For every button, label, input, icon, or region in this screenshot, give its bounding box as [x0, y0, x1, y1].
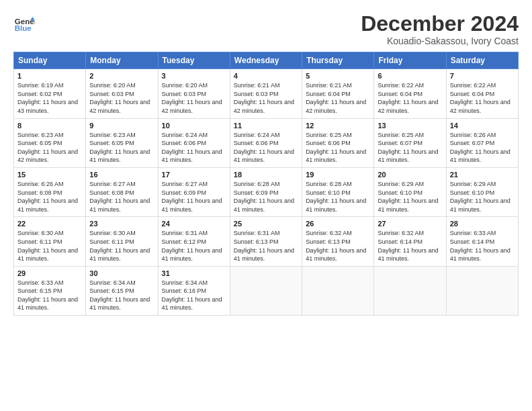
day-info: Sunrise: 6:27 AM Sunset: 6:08 PM Dayligh…: [89, 180, 154, 214]
calendar-cell: 4 Sunrise: 6:21 AM Sunset: 6:03 PM Dayli…: [230, 69, 302, 118]
day-number: 3: [162, 72, 226, 80]
daylight-label: Daylight: 11 hours and 41 minutes.: [89, 197, 150, 213]
day-number: 25: [234, 220, 298, 228]
daylight-label: Daylight: 11 hours and 42 minutes.: [89, 99, 150, 114]
day-info: Sunrise: 6:32 AM Sunset: 6:13 PM Dayligh…: [306, 229, 370, 263]
day-number: 6: [378, 72, 442, 80]
daylight-label: Daylight: 11 hours and 41 minutes.: [378, 197, 438, 213]
calendar-cell: 1 Sunrise: 6:19 AM Sunset: 6:02 PM Dayli…: [14, 69, 86, 118]
sunset-label: Sunset: 6:11 PM: [89, 238, 134, 245]
day-info: Sunrise: 6:30 AM Sunset: 6:11 PM Dayligh…: [17, 229, 82, 263]
day-info: Sunrise: 6:28 AM Sunset: 6:10 PM Dayligh…: [306, 180, 370, 214]
sunset-label: Sunset: 6:09 PM: [162, 189, 207, 196]
day-info: Sunrise: 6:34 AM Sunset: 6:15 PM Dayligh…: [89, 279, 154, 312]
sunrise-label: Sunrise: 6:33 AM: [450, 230, 496, 236]
day-info: Sunrise: 6:26 AM Sunset: 6:08 PM Dayligh…: [17, 180, 82, 214]
sunrise-label: Sunrise: 6:28 AM: [234, 181, 280, 187]
calendar-cell: 26 Sunrise: 6:32 AM Sunset: 6:13 PM Dayl…: [302, 217, 374, 266]
day-number: 13: [378, 122, 442, 130]
sunrise-label: Sunrise: 6:21 AM: [306, 82, 352, 89]
weekday-header-monday: Monday: [86, 52, 158, 69]
logo: General Blue: [13, 12, 35, 34]
day-number: 18: [234, 171, 298, 179]
calendar-week-2: 8 Sunrise: 6:23 AM Sunset: 6:05 PM Dayli…: [14, 118, 519, 167]
sunset-label: Sunset: 6:03 PM: [234, 91, 279, 97]
calendar-cell: 9 Sunrise: 6:23 AM Sunset: 6:05 PM Dayli…: [86, 118, 158, 167]
sunset-label: Sunset: 6:05 PM: [17, 140, 62, 146]
sunset-label: Sunset: 6:06 PM: [234, 140, 279, 146]
sunrise-label: Sunrise: 6:26 AM: [450, 132, 496, 138]
calendar-cell: 6 Sunrise: 6:22 AM Sunset: 6:04 PM Dayli…: [374, 69, 446, 118]
calendar-cell: 24 Sunrise: 6:31 AM Sunset: 6:12 PM Dayl…: [158, 217, 230, 266]
daylight-label: Daylight: 11 hours and 41 minutes.: [89, 148, 150, 164]
day-info: Sunrise: 6:33 AM Sunset: 6:14 PM Dayligh…: [450, 229, 515, 263]
daylight-label: Daylight: 11 hours and 41 minutes.: [306, 197, 366, 213]
day-number: 9: [89, 122, 154, 130]
calendar-cell: [302, 266, 374, 315]
calendar-header: SundayMondayTuesdayWednesdayThursdayFrid…: [14, 52, 519, 69]
daylight-label: Daylight: 11 hours and 42 minutes.: [162, 99, 222, 114]
calendar-cell: 28 Sunrise: 6:33 AM Sunset: 6:14 PM Dayl…: [446, 217, 518, 266]
sunset-label: Sunset: 6:14 PM: [378, 238, 423, 245]
calendar-cell: 3 Sunrise: 6:20 AM Sunset: 6:03 PM Dayli…: [158, 69, 230, 118]
calendar-cell: 13 Sunrise: 6:25 AM Sunset: 6:07 PM Dayl…: [374, 118, 446, 167]
calendar-cell: 15 Sunrise: 6:26 AM Sunset: 6:08 PM Dayl…: [14, 167, 86, 216]
day-info: Sunrise: 6:25 AM Sunset: 6:07 PM Dayligh…: [378, 131, 442, 165]
page-title: December 2024: [361, 12, 519, 36]
sunset-label: Sunset: 6:07 PM: [378, 140, 423, 146]
day-number: 24: [162, 220, 226, 228]
sunrise-label: Sunrise: 6:24 AM: [234, 132, 280, 138]
sunrise-label: Sunrise: 6:25 AM: [378, 132, 424, 138]
sunrise-label: Sunrise: 6:30 AM: [17, 230, 64, 236]
sunset-label: Sunset: 6:13 PM: [306, 238, 351, 245]
calendar-cell: 11 Sunrise: 6:24 AM Sunset: 6:06 PM Dayl…: [230, 118, 302, 167]
day-number: 10: [162, 122, 226, 130]
sunrise-label: Sunrise: 6:31 AM: [162, 230, 208, 236]
sunset-label: Sunset: 6:03 PM: [89, 91, 134, 97]
calendar-cell: [374, 266, 446, 315]
daylight-label: Daylight: 11 hours and 41 minutes.: [378, 148, 438, 164]
day-info: Sunrise: 6:22 AM Sunset: 6:04 PM Dayligh…: [378, 81, 442, 115]
sunrise-label: Sunrise: 6:19 AM: [17, 82, 64, 89]
calendar-cell: 14 Sunrise: 6:26 AM Sunset: 6:07 PM Dayl…: [446, 118, 518, 167]
day-info: Sunrise: 6:29 AM Sunset: 6:10 PM Dayligh…: [378, 180, 442, 214]
sunset-label: Sunset: 6:06 PM: [306, 140, 351, 146]
sunset-label: Sunset: 6:11 PM: [17, 238, 62, 245]
sunrise-label: Sunrise: 6:32 AM: [306, 230, 352, 236]
calendar-table: SundayMondayTuesdayWednesdayThursdayFrid…: [13, 52, 519, 316]
day-number: 17: [162, 171, 226, 179]
sunrise-label: Sunrise: 6:23 AM: [17, 132, 64, 138]
calendar-cell: 30 Sunrise: 6:34 AM Sunset: 6:15 PM Dayl…: [86, 266, 158, 315]
day-number: 8: [17, 122, 82, 130]
day-info: Sunrise: 6:26 AM Sunset: 6:07 PM Dayligh…: [450, 131, 515, 165]
calendar-cell: 8 Sunrise: 6:23 AM Sunset: 6:05 PM Dayli…: [14, 118, 86, 167]
sunrise-label: Sunrise: 6:34 AM: [89, 279, 136, 286]
sunset-label: Sunset: 6:04 PM: [450, 91, 495, 97]
day-info: Sunrise: 6:20 AM Sunset: 6:03 PM Dayligh…: [89, 81, 154, 115]
day-number: 16: [89, 171, 154, 179]
sunset-label: Sunset: 6:04 PM: [306, 91, 351, 97]
calendar-page: General Blue December 2024 Kouadio-Sakas…: [0, 0, 532, 411]
calendar-cell: 18 Sunrise: 6:28 AM Sunset: 6:09 PM Dayl…: [230, 167, 302, 216]
day-number: 1: [17, 72, 82, 80]
sunset-label: Sunset: 6:16 PM: [162, 287, 207, 294]
sunset-label: Sunset: 6:02 PM: [17, 91, 62, 97]
weekday-header-sunday: Sunday: [14, 52, 86, 69]
day-info: Sunrise: 6:21 AM Sunset: 6:03 PM Dayligh…: [234, 81, 298, 115]
calendar-cell: 7 Sunrise: 6:22 AM Sunset: 6:04 PM Dayli…: [446, 69, 518, 118]
calendar-cell: 27 Sunrise: 6:32 AM Sunset: 6:14 PM Dayl…: [374, 217, 446, 266]
day-number: 26: [306, 220, 370, 228]
weekday-header-friday: Friday: [374, 52, 446, 69]
sunset-label: Sunset: 6:05 PM: [89, 140, 134, 146]
sunrise-label: Sunrise: 6:23 AM: [89, 132, 136, 138]
day-number: 7: [450, 72, 515, 80]
sunrise-label: Sunrise: 6:33 AM: [17, 279, 64, 286]
weekday-header-wednesday: Wednesday: [230, 52, 302, 69]
daylight-label: Daylight: 11 hours and 41 minutes.: [378, 247, 438, 263]
day-info: Sunrise: 6:28 AM Sunset: 6:09 PM Dayligh…: [234, 180, 298, 214]
sunrise-label: Sunrise: 6:29 AM: [378, 181, 424, 187]
daylight-label: Daylight: 11 hours and 41 minutes.: [162, 247, 222, 263]
sunset-label: Sunset: 6:08 PM: [89, 189, 134, 196]
daylight-label: Daylight: 11 hours and 41 minutes.: [162, 148, 222, 164]
daylight-label: Daylight: 11 hours and 41 minutes.: [234, 197, 294, 213]
